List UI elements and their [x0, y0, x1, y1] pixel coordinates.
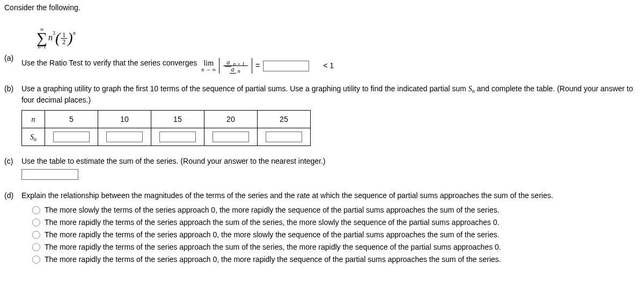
n-base: n: [48, 33, 53, 42]
s15-input[interactable]: [159, 132, 196, 142]
radio-icon: [32, 231, 40, 239]
col-10: 10: [98, 111, 151, 128]
radio-icon: [32, 256, 40, 264]
sn-var: Sn: [469, 85, 475, 93]
option-5[interactable]: The more rapidly the terms of the series…: [32, 254, 638, 265]
sum-estimate-input[interactable]: [21, 169, 78, 180]
part-a-text: Use the Ratio Test to verify that the se…: [21, 59, 197, 67]
partial-sum-table: n 5 10 15 20 25 Sn: [21, 110, 311, 146]
ratio-limit-input[interactable]: [263, 61, 309, 71]
option-2[interactable]: The more rapidly the terms of the series…: [32, 217, 638, 228]
part-b-label: (b): [4, 83, 19, 94]
lparen: (: [55, 30, 60, 46]
part-b-text-1: Use a graphing utility to graph the firs…: [21, 84, 469, 93]
sigma-lower: n=1: [38, 44, 46, 49]
series-expression: ∞ ∑ n=1 n3(12)n: [36, 27, 76, 49]
part-d-text: Explain the relationship between the mag…: [21, 191, 553, 200]
radio-icon: [32, 243, 40, 251]
table-row: n 5 10 15 20 25: [21, 111, 310, 128]
s5-input[interactable]: [53, 132, 90, 142]
col-25: 25: [257, 111, 310, 128]
option-5-text: The more rapidly the terms of the series…: [45, 254, 501, 265]
option-3-text: The more rapidly the terms of the series…: [45, 229, 499, 241]
s25-input[interactable]: [266, 132, 302, 142]
n-cubed-exp: 3: [53, 30, 55, 36]
part-d-label: (d): [4, 190, 19, 201]
equals-sign: =: [255, 60, 260, 71]
one-half-frac: 12: [61, 32, 67, 45]
less-than-one: < 1: [323, 60, 334, 71]
s10-input[interactable]: [106, 132, 143, 142]
part-a-label: (a): [4, 53, 19, 64]
option-3[interactable]: The more rapidly the terms of the series…: [32, 229, 638, 241]
option-1[interactable]: The more slowly the terms of the series …: [32, 205, 638, 216]
intro-text: Consider the following.: [4, 2, 640, 13]
option-4[interactable]: The more rapidly the terms of the series…: [32, 242, 638, 253]
col-20: 20: [204, 111, 257, 128]
abs-ratio: an + 1 an: [219, 58, 252, 74]
sigma-symbol: ∑: [36, 32, 47, 44]
col-5: 5: [45, 111, 98, 128]
part-c-label: (c): [4, 156, 19, 167]
table-row: Sn: [21, 128, 310, 146]
s20-input[interactable]: [213, 132, 249, 142]
part-c-text: Use the table to estimate the sum of the…: [21, 157, 326, 165]
option-2-text: The more rapidly the terms of the series…: [45, 217, 499, 228]
limit-block: lim n → ∞: [201, 60, 216, 72]
sn-header: Sn: [21, 128, 45, 146]
n-header: n: [21, 111, 45, 128]
option-1-text: The more slowly the terms of the series …: [45, 205, 499, 216]
radio-icon: [32, 206, 40, 214]
rparen: ): [68, 30, 72, 46]
outer-exp: n: [73, 30, 76, 36]
radio-icon: [32, 219, 40, 227]
option-4-text: The more rapidly the terms of the series…: [45, 242, 501, 253]
col-15: 15: [151, 111, 204, 128]
